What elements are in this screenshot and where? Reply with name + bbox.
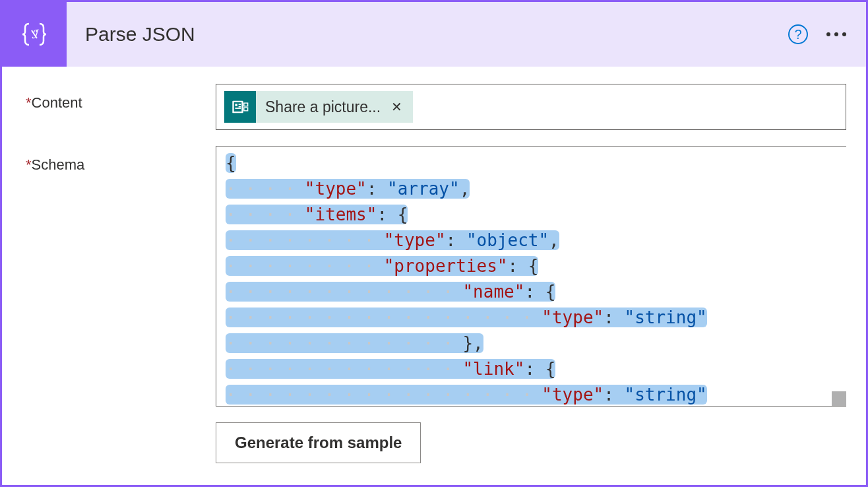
schema-field: {····"type": "array",····"items": {·····…: [216, 146, 846, 463]
code-line: ············},: [226, 331, 837, 356]
code-line: ············"name": {: [226, 279, 837, 305]
token-remove-icon[interactable]: ✕: [391, 99, 402, 115]
content-input[interactable]: Share a picture... ✕: [216, 84, 846, 130]
svg-rect-9: [244, 108, 248, 111]
dynamic-content-token[interactable]: Share a picture... ✕: [224, 91, 413, 123]
action-icon: ℐ: [2, 2, 67, 67]
content-row: *Content Share a picture... ✕: [26, 84, 846, 130]
svg-rect-7: [235, 108, 241, 109]
svg-rect-5: [239, 104, 241, 105]
schema-editor[interactable]: {····"type": "array",····"items": {·····…: [216, 146, 846, 406]
action-header: ℐ Parse JSON ?: [2, 2, 866, 67]
required-marker: *: [26, 94, 32, 111]
action-body: *Content Share a picture... ✕ *Schema {·…: [2, 67, 866, 487]
required-marker: *: [26, 156, 32, 173]
svg-rect-6: [239, 106, 241, 108]
code-line: ········"properties": {: [226, 253, 837, 279]
svg-rect-8: [244, 103, 248, 106]
content-field: Share a picture... ✕: [216, 84, 846, 130]
generate-from-sample-button[interactable]: Generate from sample: [216, 422, 421, 463]
code-line: ····"items": {: [226, 202, 837, 228]
token-label: Share a picture...: [265, 98, 381, 116]
code-line: ················"type": "string": [226, 305, 837, 331]
code-line: ············"link": {: [226, 356, 837, 382]
scrollbar-thumb[interactable]: [832, 391, 846, 406]
content-label: *Content: [26, 84, 216, 112]
svg-rect-4: [235, 104, 237, 106]
code-line: ················"type": "string": [226, 382, 837, 406]
braces-icon: ℐ: [18, 18, 50, 50]
svg-text:ℐ: ℐ: [32, 28, 40, 41]
forms-icon: [224, 91, 256, 123]
more-icon[interactable]: [826, 32, 846, 36]
code-line: ····"type": "array",: [226, 176, 837, 202]
schema-row: *Schema {····"type": "array",····"items"…: [26, 146, 846, 463]
schema-label: *Schema: [26, 146, 216, 174]
action-title: Parse JSON: [85, 23, 788, 46]
code-line: {: [226, 150, 837, 176]
code-line: ········"type": "object",: [226, 228, 837, 253]
help-icon[interactable]: ?: [788, 24, 808, 44]
